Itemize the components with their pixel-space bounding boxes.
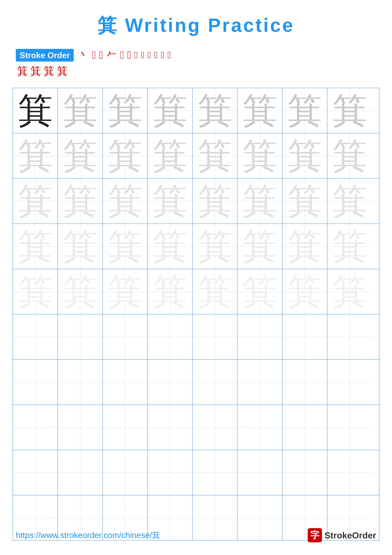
grid-cell-5-3: 箕 (103, 269, 148, 314)
grid-cell-4-1: 箕 (13, 224, 58, 269)
stroke-step-6: 𠂆 (127, 49, 131, 61)
footer-logo-text: StrokeOrder (324, 530, 376, 540)
stroke-step-13: 箕 (17, 64, 28, 78)
grid-cell-8-2[interactable] (58, 405, 103, 450)
grid-cell-8-4[interactable] (148, 405, 192, 450)
grid-cell-2-4: 箕 (148, 133, 192, 178)
grid-cell-3-4: 箕 (148, 179, 192, 224)
grid-cell-9-3[interactable] (103, 450, 148, 495)
grid-cell-4-6: 箕 (237, 224, 282, 269)
grid-cell-6-7[interactable] (282, 314, 327, 359)
grid-row-8 (13, 405, 379, 450)
grid-cell-6-1[interactable] (13, 314, 58, 359)
grid-cell-2-1: 箕 (13, 133, 58, 178)
grid-row-1: 箕 箕 箕 箕 箕 箕 箕 箕 (13, 88, 379, 133)
stroke-step-11: 𠂁 (161, 50, 164, 61)
grid-cell-9-6[interactable] (237, 450, 282, 495)
grid-cell-6-3[interactable] (103, 314, 148, 359)
grid-cell-8-1[interactable] (13, 405, 58, 450)
grid-cell-3-3: 箕 (103, 179, 148, 224)
grid-cell-8-8[interactable] (327, 405, 372, 450)
footer-logo: 字 StrokeOrder (308, 528, 376, 542)
grid-cell-5-2: 箕 (58, 269, 103, 314)
grid-cell-1-8: 箕 (327, 88, 372, 133)
grid-cell-2-2: 箕 (58, 133, 103, 178)
grid-cell-5-4: 箕 (148, 269, 192, 314)
stroke-step-14: 箕 (30, 64, 41, 78)
grid-row-5: 箕 箕 箕 箕 箕 箕 箕 箕 (13, 269, 379, 314)
grid-cell-7-3[interactable] (103, 360, 148, 405)
grid-cell-3-6: 箕 (237, 179, 282, 224)
grid-cell-7-2[interactable] (58, 360, 103, 405)
grid-cell-7-5[interactable] (192, 360, 237, 405)
grid-cell-3-1: 箕 (13, 179, 58, 224)
stroke-step-4: 𠂉 (106, 49, 117, 61)
grid-cell-8-7[interactable] (282, 405, 327, 450)
grid-cell-8-3[interactable] (103, 405, 148, 450)
stroke-order-badge: Stroke Order (16, 49, 74, 62)
grid-cell-6-8[interactable] (327, 314, 372, 359)
stroke-step-1: 丶 (78, 48, 89, 62)
practice-char-dark: 箕 (18, 93, 53, 128)
practice-char-light1: 箕 (63, 93, 98, 128)
stroke-row2: 箕 箕 箕 箕 (0, 64, 392, 78)
grid-cell-4-2: 箕 (58, 224, 103, 269)
footer: https://www.strokeorder.com/chinese/箕 字 … (0, 528, 392, 542)
grid-cell-1-6: 箕 (237, 88, 282, 133)
grid-cell-2-7: 箕 (282, 133, 327, 178)
grid-cell-3-5: 箕 (192, 179, 237, 224)
grid-cell-8-5[interactable] (192, 405, 237, 450)
grid-cell-5-8: 箕 (327, 269, 372, 314)
grid-cell-6-5[interactable] (192, 314, 237, 359)
stroke-step-9: 𠂃 (148, 50, 151, 61)
page-title: 箕 Writing Practice (0, 0, 392, 38)
stroke-step-10: 𠂂 (154, 50, 158, 61)
grid-row-7 (13, 360, 379, 405)
grid-row-9 (13, 450, 379, 495)
grid-cell-7-4[interactable] (148, 360, 192, 405)
grid-cell-1-5: 箕 (192, 88, 237, 133)
grid-cell-9-2[interactable] (58, 450, 103, 495)
grid-cell-7-8[interactable] (327, 360, 372, 405)
grid-cell-5-6: 箕 (237, 269, 282, 314)
grid-row-6 (13, 314, 379, 360)
grid-cell-2-3: 箕 (103, 133, 148, 178)
grid-cell-7-7[interactable] (282, 360, 327, 405)
stroke-step-7: 𠂅 (134, 50, 138, 61)
grid-cell-8-6[interactable] (237, 405, 282, 450)
grid-cell-1-1: 箕 (13, 88, 58, 133)
grid-cell-4-8: 箕 (327, 224, 372, 269)
grid-cell-9-5[interactable] (192, 450, 237, 495)
footer-url[interactable]: https://www.strokeorder.com/chinese/箕 (16, 530, 160, 541)
grid-cell-4-7: 箕 (282, 224, 327, 269)
grid-cell-2-5: 箕 (192, 133, 237, 178)
grid-cell-5-7: 箕 (282, 269, 327, 314)
stroke-step-12: 𠂀 (167, 50, 171, 61)
grid-cell-9-7[interactable] (282, 450, 327, 495)
stroke-step-8: 𠂄 (141, 50, 144, 61)
grid-cell-5-1: 箕 (13, 269, 58, 314)
grid-cell-4-3: 箕 (103, 224, 148, 269)
grid-cell-7-6[interactable] (237, 360, 282, 405)
grid-cell-5-5: 箕 (192, 269, 237, 314)
grid-cell-9-8[interactable] (327, 450, 372, 495)
stroke-step-2: 𠃌 (92, 49, 96, 61)
grid-cell-9-1[interactable] (13, 450, 58, 495)
grid-cell-6-2[interactable] (58, 314, 103, 359)
grid-cell-1-2: 箕 (58, 88, 103, 133)
grid-cell-7-1[interactable] (13, 360, 58, 405)
grid-cell-9-4[interactable] (148, 450, 192, 495)
grid-row-4: 箕 箕 箕 箕 箕 箕 箕 箕 (13, 224, 379, 269)
stroke-step-15: 箕 (44, 64, 54, 78)
footer-logo-icon: 字 (308, 528, 322, 542)
grid-cell-6-6[interactable] (237, 314, 282, 359)
grid-cell-1-3: 箕 (103, 88, 148, 133)
stroke-order-section: Stroke Order 丶 𠃌 𠃊 𠂉 𠂇 𠂆 𠂅 𠂄 𠂃 𠂂 𠂁 𠂀 (0, 48, 392, 62)
stroke-sequence: 丶 𠃌 𠃊 𠂉 𠂇 𠂆 𠂅 𠂄 𠂃 𠂂 𠂁 𠂀 (77, 48, 172, 62)
stroke-step-16: 箕 (57, 64, 68, 78)
grid-cell-6-4[interactable] (148, 314, 192, 359)
grid-cell-1-4: 箕 (148, 88, 192, 133)
grid-cell-3-8: 箕 (327, 179, 372, 224)
grid-cell-2-8: 箕 (327, 133, 372, 178)
stroke-step-5: 𠂇 (120, 49, 124, 61)
